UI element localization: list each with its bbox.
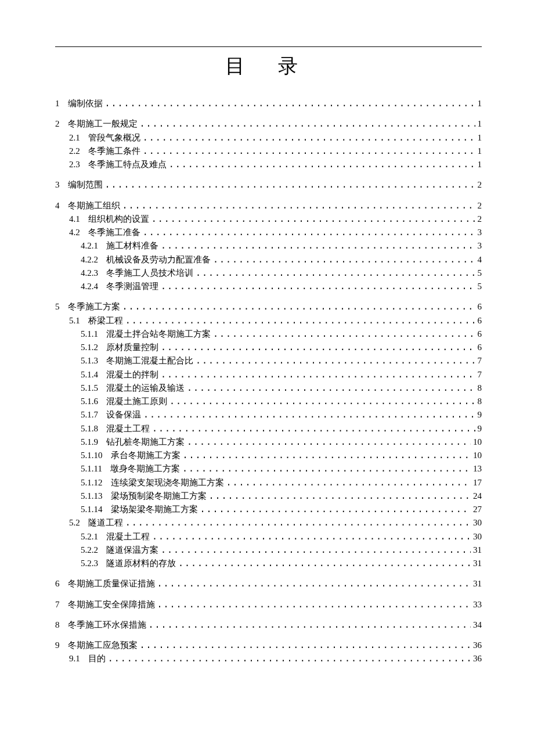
toc-text: 冬期施工一般规定 [68, 117, 138, 131]
toc-entry: 5.2.2隧道保温方案31 [81, 543, 482, 557]
toc-number: 5.2 [69, 516, 88, 530]
toc-leader [167, 158, 475, 171]
toc-number: 5.1.5 [81, 381, 106, 395]
toc-entry: 5.1.9钻孔桩冬期施工方案10 [81, 435, 482, 449]
toc-entry: 5.1.2原材质量控制6 [81, 341, 482, 354]
toc-leader [150, 530, 471, 543]
toc-page: 6 [475, 300, 482, 314]
toc-text: 编制范围 [68, 178, 103, 192]
toc-number: 5.1.1 [81, 327, 106, 341]
toc-entry: 5.1.7设备保温9 [81, 408, 482, 422]
toc-number: 5.1.8 [81, 422, 106, 435]
toc-entry: 4.2.3冬季施工人员技术培训5 [81, 267, 482, 280]
toc-entry: 5.2.1混凝土工程30 [81, 530, 482, 543]
toc-page: 30 [471, 516, 482, 530]
toc-leader [158, 543, 471, 557]
toc-leader [158, 341, 475, 354]
toc-text: 组织机构的设置 [88, 213, 149, 226]
toc-entry: 5.1.12连续梁支架现浇冬期施工方案17 [81, 476, 482, 489]
toc-text: 设备保温 [106, 408, 141, 422]
toc-leader [140, 145, 475, 158]
toc-text: 冬季施工条件 [88, 145, 140, 158]
toc-page: 36 [471, 652, 482, 665]
toc-text: 原材质量控制 [106, 341, 158, 354]
toc-page: 10 [471, 435, 482, 449]
toc-text: 桥梁工程 [88, 314, 123, 327]
toc-text: 冬季施工准备 [88, 226, 140, 239]
toc-leader [140, 131, 475, 145]
toc-page: 7 [475, 368, 482, 381]
toc-leader [185, 381, 475, 395]
toc-page: 3 [475, 226, 482, 239]
toc-entry: 5.1.14梁场架梁冬期施工方案27 [81, 503, 482, 516]
toc-number: 7 [55, 598, 68, 611]
toc-number: 4.2.1 [81, 239, 106, 253]
toc-entry: 5.1.11墩身冬期施工方案13 [81, 462, 482, 476]
toc-leader [146, 618, 471, 632]
toc-number: 2 [55, 117, 68, 131]
toc-entry: 8冬季施工环水保措施34 [55, 618, 482, 632]
toc-text: 隧道原材料的存放 [106, 557, 176, 570]
toc-text: 混凝土工程 [106, 422, 150, 435]
toc-leader [211, 327, 475, 341]
toc-page: 34 [471, 618, 482, 632]
toc-leader [123, 516, 471, 530]
toc-leader [211, 253, 475, 267]
toc-text: 冬期施工质量保证措施 [68, 577, 155, 591]
toc-page: 27 [471, 503, 482, 516]
toc-number: 8 [55, 618, 68, 632]
toc-number: 2.1 [69, 131, 88, 145]
toc-entry: 4.2.4冬季测温管理5 [81, 280, 482, 293]
page-container: 目 录 1编制依据12冬期施工一般规定12.1管段气象概况12.2冬季施工条件1… [0, 0, 534, 701]
toc-number: 5.2.2 [81, 543, 106, 557]
toc-leader [106, 652, 471, 665]
toc-text: 混凝土拌合站冬期施工方案 [106, 327, 211, 341]
toc-page: 6 [475, 327, 482, 341]
toc-text: 混凝土的拌制 [106, 368, 158, 381]
toc-text: 钻孔桩冬期施工方案 [106, 435, 185, 449]
toc-text: 冬期施工安全保障措施 [68, 598, 155, 611]
toc-leader [158, 280, 475, 293]
toc-leader [138, 639, 471, 652]
toc-number: 5.1.11 [81, 462, 110, 476]
toc-text: 连续梁支架现浇冬期施工方案 [111, 476, 224, 489]
toc-page: 5 [475, 267, 482, 280]
toc-entry: 5.1.8混凝土工程9 [81, 422, 482, 435]
toc-entry: 5.1.5混凝土的运输及输送8 [81, 381, 482, 395]
toc-entry: 5.1.3冬期施工混凝土配合比7 [81, 354, 482, 368]
toc-leader [224, 476, 471, 489]
toc-page: 2 [475, 199, 482, 213]
toc-leader [140, 226, 475, 239]
toc-text: 冬季施工特点及难点 [88, 158, 167, 171]
toc-leader [155, 577, 471, 591]
toc-number: 5.1.13 [81, 489, 111, 503]
toc-page: 1 [475, 131, 482, 145]
toc-entry: 5.2隧道工程30 [69, 516, 482, 530]
toc-page: 31 [471, 577, 482, 591]
toc-entry: 5.1桥梁工程6 [69, 314, 482, 327]
toc-leader [193, 354, 475, 368]
toc-page: 13 [471, 462, 482, 476]
toc-entry: 4.1组织机构的设置2 [69, 213, 482, 226]
toc-entry: 3编制范围2 [55, 178, 482, 192]
toc-leader [167, 395, 475, 408]
toc-number: 5.1 [69, 314, 88, 327]
toc-text: 机械设备及劳动力配置准备 [106, 253, 211, 267]
toc-number: 9 [55, 639, 68, 652]
toc-page: 5 [475, 280, 482, 293]
toc-page: 1 [475, 117, 482, 131]
toc-entry: 4.2.2机械设备及劳动力配置准备4 [81, 253, 482, 267]
toc-number: 5.2.1 [81, 530, 106, 543]
table-of-contents: 1编制依据12冬期施工一般规定12.1管段气象概况12.2冬季施工条件12.3冬… [55, 97, 482, 666]
toc-text: 冬季施工环水保措施 [68, 618, 146, 632]
toc-text: 冬期施工应急预案 [68, 639, 138, 652]
toc-entry: 5.2.3隧道原材料的存放31 [81, 557, 482, 570]
toc-text: 隧道保温方案 [106, 543, 158, 557]
toc-page: 4 [475, 253, 482, 267]
toc-text: 承台冬期施工方案 [111, 449, 181, 462]
toc-page: 1 [475, 145, 482, 158]
toc-text: 目的 [88, 652, 106, 665]
toc-leader [123, 314, 475, 327]
toc-page: 7 [475, 354, 482, 368]
toc-page: 31 [471, 543, 482, 557]
